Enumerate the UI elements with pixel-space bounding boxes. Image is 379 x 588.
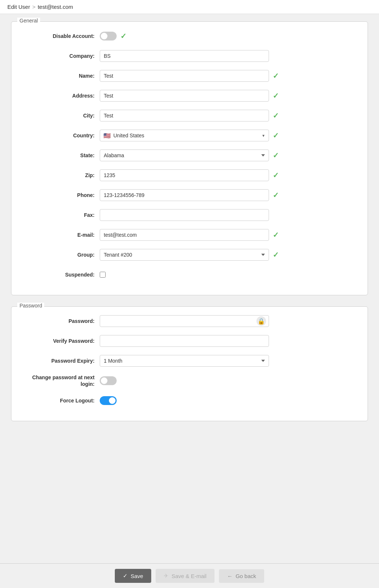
password-label: Password:: [19, 318, 100, 324]
company-input[interactable]: [100, 50, 269, 62]
phone-input[interactable]: [100, 189, 269, 201]
verify-password-label: Verify Password:: [19, 338, 100, 344]
state-row: State: Alabama ✓: [19, 148, 360, 162]
email-check: ✓: [273, 230, 279, 239]
fax-wrap: [100, 209, 360, 221]
group-select[interactable]: Tenant #200: [100, 249, 269, 261]
country-select-wrap: 🇺🇸 United States ▼: [100, 130, 269, 141]
state-wrap: Alabama ✓: [100, 149, 360, 161]
city-check: ✓: [273, 111, 279, 120]
country-wrap: 🇺🇸 United States ▼ ✓: [100, 130, 360, 141]
disable-account-slider: [100, 32, 117, 41]
address-input[interactable]: [100, 90, 269, 102]
password-section: Password Password: 🔒 Verify Password: Pa…: [11, 306, 368, 421]
force-logout-toggle[interactable]: [100, 396, 117, 405]
name-check: ✓: [273, 71, 279, 80]
name-row: Name: ✓: [19, 69, 360, 83]
disable-account-row: Disable Account: ✓: [19, 29, 360, 43]
password-expiry-wrap: 1 Month 3 Months 6 Months Never: [100, 355, 360, 367]
name-label: Name:: [19, 73, 100, 79]
company-wrap: [100, 50, 360, 62]
change-password-slider: [100, 376, 117, 385]
zip-label: Zip:: [19, 172, 100, 179]
general-section-title: General: [17, 18, 40, 24]
breadcrumb-parent[interactable]: Edit User: [7, 4, 30, 10]
force-logout-wrap: [100, 396, 360, 405]
company-row: Company:: [19, 49, 360, 63]
group-check: ✓: [273, 250, 279, 259]
suspended-label: Suspended:: [19, 271, 100, 278]
arrow-left-icon: ←: [227, 573, 233, 579]
suspended-checkbox[interactable]: [100, 272, 106, 278]
paper-plane-icon: ✈: [164, 573, 169, 579]
save-button[interactable]: ✓ Save: [115, 569, 151, 583]
password-expiry-select[interactable]: 1 Month 3 Months 6 Months Never: [100, 355, 269, 367]
email-label: E-mail:: [19, 232, 100, 238]
email-wrap: ✓: [100, 229, 360, 241]
address-row: Address: ✓: [19, 89, 360, 103]
disable-account-wrap: ✓: [100, 32, 360, 41]
change-password-label: Change password at next login:: [19, 374, 100, 387]
name-wrap: ✓: [100, 70, 360, 82]
breadcrumb-current: test@test.com: [38, 4, 73, 10]
email-input[interactable]: [100, 229, 269, 241]
disable-account-label: Disable Account:: [19, 33, 100, 39]
country-check: ✓: [273, 131, 279, 140]
force-logout-label: Force Logout:: [19, 397, 100, 404]
disable-account-check: ✓: [120, 32, 127, 41]
country-row: Country: 🇺🇸 United States ▼ ✓: [19, 128, 360, 142]
action-bar: ✓ Save ✈ Save & E-mail ← Go back: [0, 563, 379, 588]
save-email-label: Save & E-mail: [171, 573, 206, 579]
name-input[interactable]: [100, 70, 269, 82]
country-select[interactable]: United States: [100, 130, 269, 141]
general-section: General Disable Account: ✓ Company: Name…: [11, 21, 368, 295]
verify-password-wrap: [100, 335, 360, 347]
password-eye-icon[interactable]: 🔒: [256, 316, 266, 326]
country-label: Country:: [19, 132, 100, 139]
group-label: Group:: [19, 251, 100, 258]
city-label: City:: [19, 112, 100, 119]
fax-row: Fax:: [19, 208, 360, 222]
page-content: General Disable Account: ✓ Company: Name…: [0, 14, 379, 469]
phone-check: ✓: [273, 191, 279, 200]
password-section-title: Password: [17, 303, 44, 309]
force-logout-slider: [100, 396, 117, 405]
save-label: Save: [131, 573, 143, 579]
password-row: Password: 🔒: [19, 314, 360, 328]
city-row: City: ✓: [19, 109, 360, 123]
suspended-wrap: [100, 272, 360, 278]
address-wrap: ✓: [100, 90, 360, 102]
go-back-label: Go back: [235, 573, 256, 579]
change-password-toggle[interactable]: [100, 376, 117, 385]
state-label: State:: [19, 152, 100, 159]
save-check-icon: ✓: [123, 573, 128, 579]
verify-password-input[interactable]: [100, 335, 269, 347]
go-back-button[interactable]: ← Go back: [219, 569, 264, 583]
force-logout-row: Force Logout:: [19, 394, 360, 408]
state-check: ✓: [273, 151, 279, 160]
password-input[interactable]: [100, 315, 269, 327]
address-label: Address:: [19, 92, 100, 99]
verify-password-row: Verify Password:: [19, 334, 360, 348]
state-select[interactable]: Alabama: [100, 149, 269, 161]
fax-input[interactable]: [100, 209, 269, 221]
zip-row: Zip: ✓: [19, 168, 360, 182]
city-input[interactable]: [100, 110, 269, 122]
zip-check: ✓: [273, 171, 279, 180]
password-expiry-row: Password Expiry: 1 Month 3 Months 6 Mont…: [19, 354, 360, 368]
zip-input[interactable]: [100, 169, 269, 181]
group-wrap: Tenant #200 ✓: [100, 249, 360, 261]
zip-wrap: ✓: [100, 169, 360, 181]
change-password-row: Change password at next login:: [19, 374, 360, 388]
password-input-wrap: 🔒: [100, 315, 269, 327]
group-row: Group: Tenant #200 ✓: [19, 248, 360, 262]
disable-account-toggle[interactable]: [100, 32, 117, 41]
change-password-wrap: [100, 376, 360, 385]
address-check: ✓: [273, 91, 279, 100]
phone-label: Phone:: [19, 192, 100, 198]
password-wrap: 🔒: [100, 315, 360, 327]
phone-row: Phone: ✓: [19, 188, 360, 202]
save-email-button[interactable]: ✈ Save & E-mail: [156, 569, 215, 583]
fax-label: Fax:: [19, 212, 100, 218]
breadcrumb-separator: >: [32, 4, 36, 10]
